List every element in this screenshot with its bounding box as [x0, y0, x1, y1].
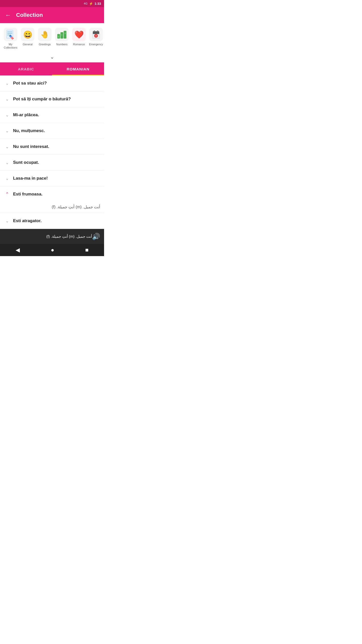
tab-romanian[interactable]: ROMANIAN — [52, 62, 104, 75]
phrase-row-1[interactable]: ⌄ Pot sa stau aici? — [4, 75, 100, 91]
phrase-text-4: Nu, mulțumesc. — [13, 128, 100, 133]
category-item-numbers[interactable]: 2 1 3 Numbers — [53, 27, 70, 47]
phrase-translation-8: أنت جميل. (m) أنتِ جميلة. (f) — [4, 202, 100, 213]
phrase-chevron-3: ⌄ — [4, 112, 10, 118]
categories-list: My Collections 😄 General 🤚 Greetings 2 1… — [0, 27, 104, 53]
phrase-chevron-2: ⌄ — [4, 96, 10, 102]
phrase-text-9: Esti atragator. — [13, 218, 100, 223]
phrase-item-9: ⌄ Esti atragator. — [0, 213, 104, 229]
phrase-row-4[interactable]: ⌄ Nu, mulțumesc. — [4, 123, 100, 139]
phrase-chevron-4: ⌄ — [4, 128, 10, 134]
phrase-row-8[interactable]: ⌃ Esti frumoasa. — [4, 186, 100, 202]
phrase-text-1: Pot sa stau aici? — [13, 81, 100, 86]
category-label-general: General — [23, 43, 32, 46]
phrase-chevron-7: ⌄ — [4, 176, 10, 181]
back-nav-button[interactable]: ◀ — [11, 245, 25, 255]
category-item-general[interactable]: 😄 General — [19, 27, 36, 47]
status-bar: 4G ⚡ 1:33 — [0, 0, 104, 7]
phrase-list: ⌄ Pot sa stau aici? ⌄ Pot să îți cumpăr … — [0, 75, 104, 229]
phrase-item-8: ⌃ Esti frumoasa. أنت جميل. (m) أنتِ جميل… — [0, 186, 104, 213]
time-display: 1:33 — [95, 2, 101, 6]
battery-icon: ⚡ — [89, 2, 93, 6]
phrase-chevron-1: ⌄ — [4, 80, 10, 86]
phrase-text-8: Esti frumoasa. — [13, 192, 100, 197]
back-button[interactable]: ← — [4, 11, 12, 20]
audio-speaker-button[interactable]: 🔊 — [92, 233, 100, 240]
phrase-item-7: ⌄ Lasa-ma in pace! — [0, 171, 104, 186]
phrase-chevron-9: ⌄ — [4, 218, 10, 224]
category-label-greetings: Greetings — [39, 43, 51, 46]
phrase-text-5: Nu sunt interesat. — [13, 144, 100, 149]
phrase-row-6[interactable]: ⌄ Sunt ocupat. — [4, 155, 100, 170]
numbers-icon: 2 1 3 — [55, 28, 69, 41]
category-label-my-collections: My Collections — [3, 43, 18, 49]
bottom-nav: ◀ ● ■ — [0, 244, 104, 256]
phrase-item-1: ⌄ Pot sa stau aici? — [0, 75, 104, 91]
emergency-icon: + — [89, 28, 103, 41]
phrase-item-2: ⌄ Pot să îți cumpăr o băutură? — [0, 91, 104, 107]
phrase-row-3[interactable]: ⌄ Mi-ar plăcea. — [4, 107, 100, 123]
category-label-numbers: Numbers — [56, 43, 68, 46]
header: ← Collection — [0, 7, 104, 23]
phrase-row-9[interactable]: ⌄ Esti atragator. — [4, 213, 100, 229]
language-tabs: ARABIC ROMANIAN — [0, 62, 104, 75]
category-item-emergency[interactable]: + Emergency — [87, 27, 104, 47]
phrase-item-6: ⌄ Sunt ocupat. — [0, 155, 104, 171]
recent-nav-button[interactable]: ■ — [80, 245, 94, 255]
signal-icon: 4G — [84, 2, 87, 5]
svg-rect-16 — [94, 31, 95, 32]
svg-text:3: 3 — [65, 32, 66, 34]
category-row: My Collections 😄 General 🤚 Greetings 2 1… — [0, 23, 104, 62]
category-item-my-collections[interactable]: My Collections — [2, 27, 19, 50]
category-label-romance: Romance — [73, 43, 85, 46]
audio-bar: أنت جميل. (m) أنتِ جميلة. (f) 🔊 — [0, 229, 104, 244]
tab-arabic[interactable]: ARABIC — [0, 62, 52, 75]
phrase-chevron-5: ⌄ — [4, 144, 10, 149]
home-nav-button[interactable]: ● — [46, 245, 59, 255]
phrase-text-3: Mi-ar plăcea. — [13, 112, 100, 117]
expand-categories-button[interactable]: ⌄ — [50, 54, 54, 60]
svg-text:1: 1 — [61, 34, 62, 36]
audio-text: أنت جميل. (m) أنتِ جميلة. (f) — [4, 234, 92, 239]
phrase-text-2: Pot să îți cumpăr o băutură? — [13, 97, 100, 102]
phrase-row-2[interactable]: ⌄ Pot să îți cumpăr o băutură? — [4, 91, 100, 107]
svg-text:2: 2 — [58, 36, 59, 37]
phrase-row-7[interactable]: ⌄ Lasa-ma in pace! — [4, 171, 100, 186]
svg-rect-17 — [97, 31, 98, 32]
category-item-greetings[interactable]: 🤚 Greetings — [36, 27, 53, 47]
greetings-icon: 🤚 — [38, 28, 52, 41]
header-title: Collection — [16, 12, 43, 18]
phrase-chevron-6: ⌄ — [4, 160, 10, 165]
phrase-item-5: ⌄ Nu sunt interesat. — [0, 139, 104, 155]
category-label-emergency: Emergency — [89, 43, 103, 46]
phrase-text-6: Sunt ocupat. — [13, 160, 100, 165]
phrase-text-7: Lasa-ma in pace! — [13, 176, 100, 181]
phrase-item-4: ⌄ Nu, mulțumesc. — [0, 123, 104, 139]
my-collections-icon — [4, 28, 17, 41]
phrase-item-3: ⌄ Mi-ar plăcea. — [0, 107, 104, 123]
general-icon: 😄 — [21, 28, 34, 41]
romance-icon: ❤️ — [72, 28, 86, 41]
phrase-chevron-8: ⌃ — [4, 191, 10, 197]
category-item-romance[interactable]: ❤️ Romance — [70, 27, 87, 47]
svg-rect-10 — [64, 31, 66, 38]
svg-text:+: + — [95, 34, 97, 37]
phrase-row-5[interactable]: ⌄ Nu sunt interesat. — [4, 139, 100, 154]
